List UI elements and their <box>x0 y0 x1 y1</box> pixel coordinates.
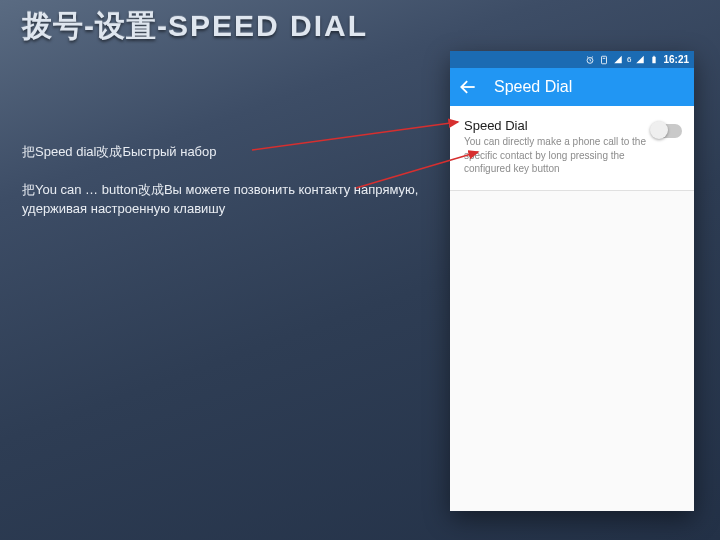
alarm-icon <box>585 55 595 65</box>
speed-dial-subtitle: You can directly make a phone call to th… <box>464 135 652 176</box>
speed-dial-toggle[interactable] <box>652 124 682 138</box>
speed-dial-row[interactable]: Speed Dial You can directly make a phone… <box>450 106 694 191</box>
instruction-line-2: 把You can … button改成Вы можете позвонить к… <box>22 180 422 219</box>
slide-title: 拨号-设置-SPEED DIAL <box>22 6 368 47</box>
svg-rect-2 <box>653 56 656 63</box>
svg-rect-3 <box>654 55 656 56</box>
slide-title-prefix: 拨号-设置- <box>22 9 168 42</box>
speed-dial-title: Speed Dial <box>464 118 652 133</box>
status-time: 16:21 <box>663 54 689 65</box>
status-bar: 6 16:21 <box>450 51 694 68</box>
instruction-block: 把Speed dial改成Быстрый набор 把You can … bu… <box>22 142 422 237</box>
slide-title-latin: SPEED DIAL <box>168 9 368 42</box>
orientation-icon <box>599 55 609 65</box>
svg-rect-1 <box>601 56 606 64</box>
slide: 拨号-设置-SPEED DIAL 把Speed dial改成Быстрый на… <box>0 0 720 540</box>
signal-level: 6 <box>627 55 631 64</box>
phone-screenshot: 6 16:21 Speed Dial Speed Dial You can di… <box>450 51 694 511</box>
back-icon[interactable] <box>458 77 478 97</box>
app-bar: Speed Dial <box>450 68 694 106</box>
appbar-title: Speed Dial <box>494 78 572 96</box>
instruction-line-1: 把Speed dial改成Быстрый набор <box>22 142 422 162</box>
battery-icon <box>649 55 659 65</box>
speed-dial-text: Speed Dial You can directly make a phone… <box>464 118 652 176</box>
signal-icon <box>613 55 623 65</box>
signal-2-icon <box>635 55 645 65</box>
